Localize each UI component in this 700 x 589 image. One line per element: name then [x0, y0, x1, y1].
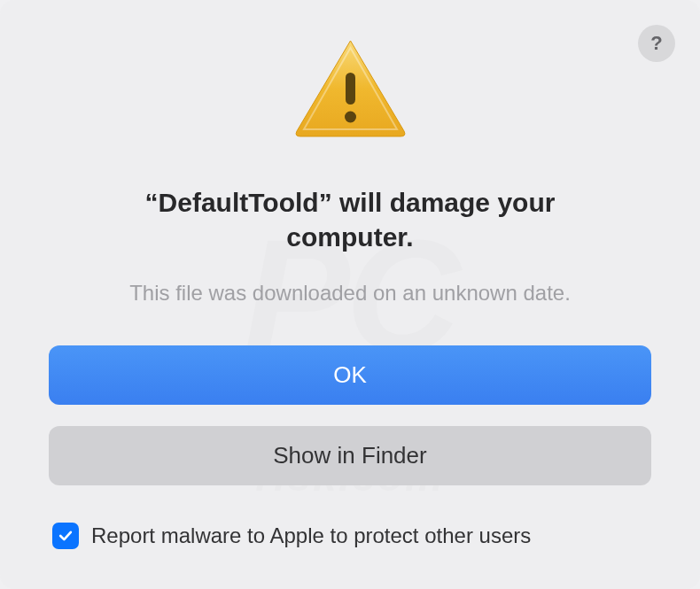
show-in-finder-button[interactable]: Show in Finder [49, 426, 651, 485]
ok-button[interactable]: OK [49, 345, 651, 405]
dialog-subtitle: This file was downloaded on an unknown d… [129, 281, 571, 306]
svg-point-1 [345, 112, 356, 123]
help-button[interactable]: ? [638, 25, 675, 62]
report-malware-row: Report malware to Apple to protect other… [49, 523, 531, 549]
dialog-title: “DefaultToold” will damage your computer… [106, 185, 594, 254]
checkmark-icon [57, 527, 74, 545]
alert-dialog: ? “DefaultToold” will damage your comput… [0, 0, 700, 589]
svg-rect-0 [346, 73, 355, 105]
warning-icon [291, 35, 410, 145]
help-icon: ? [650, 32, 662, 55]
report-malware-label[interactable]: Report malware to Apple to protect other… [91, 523, 531, 548]
report-malware-checkbox[interactable] [52, 523, 79, 549]
